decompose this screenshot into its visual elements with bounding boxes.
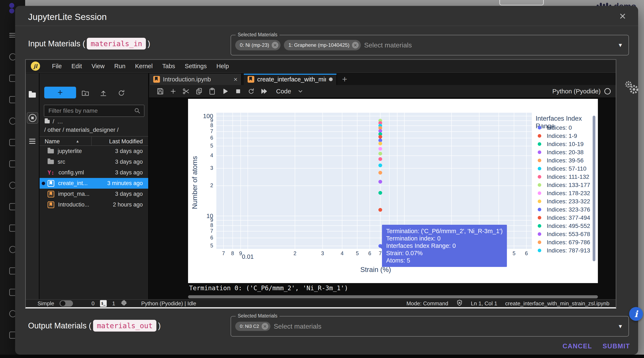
kernel-status-text[interactable]: Python (Pyodide) | Idle [141,300,196,307]
data-point[interactable] [378,157,382,161]
legend-scrollbar[interactable] [593,116,595,261]
chip-remove-icon[interactable]: × [352,42,359,49]
background-app-logo-icon [9,3,15,14]
menu-item-help[interactable]: Help [212,63,234,70]
running-sessions-tab[interactable] [27,112,38,124]
submit-button[interactable]: SUBMIT [600,340,633,352]
copy-icon[interactable] [193,88,206,95]
column-name[interactable]: Name [45,138,60,145]
menu-item-kernel[interactable]: Kernel [130,63,158,70]
menu-item-settings[interactable]: Settings [180,63,212,70]
material-chip[interactable]: 1: Graphene (mp-1040425)× [284,40,361,50]
terminal-icon[interactable]: $_ [100,300,107,307]
chip-remove-icon[interactable]: × [262,323,268,330]
output-selected-materials-combobox[interactable]: Selected Materials 0: Ni3 C2×Select mate… [230,316,629,336]
legend-item[interactable]: Indices: 178-232 [536,189,592,197]
legend-item[interactable]: Indices: 0 [536,124,592,132]
table-of-contents-tab-icon[interactable] [29,137,36,145]
simple-mode-toggle[interactable] [60,300,73,306]
trust-shield-icon[interactable] [456,299,463,308]
mode-indicator[interactable]: Mode: Command [406,300,448,307]
breadcrumb-path[interactable]: / other / materials_designer / [44,127,119,133]
new-launcher-button[interactable]: + [44,87,76,98]
legend-item[interactable]: Indices: 111-132 [536,173,592,181]
tooltip-line: Interfaces Index Range: 0 [386,242,503,249]
legend-item[interactable]: Indices: 133-177 [536,181,592,189]
kernel-indicator[interactable]: Python (Pyodide) [552,88,616,95]
file-browser-tab-icon[interactable] [29,93,36,98]
cancel-button[interactable]: CANCEL [560,340,594,352]
breadcrumb[interactable]: / … [45,118,63,125]
cursor-position[interactable]: Ln 1, Col 1 [471,300,497,307]
y-tick-label: 8 [188,122,213,128]
tab-close-icon[interactable]: × [234,76,238,83]
data-point[interactable] [378,163,382,167]
material-chip[interactable]: 0: Ni (mp-23)× [235,40,280,50]
paste-icon[interactable] [206,88,219,95]
breadcrumb-ellipsis-icon[interactable]: … [57,118,63,125]
data-point[interactable] [378,191,382,195]
file-list-header[interactable]: Name ▲ Last Modified [40,136,148,146]
dropdown-caret-icon[interactable]: ▼ [618,323,623,330]
dropdown-caret-icon[interactable]: ▼ [618,42,623,49]
menu-item-edit[interactable]: Edit [67,63,87,70]
legend-item[interactable]: Indices: 233-322 [536,197,592,205]
horizontal-scrollbar[interactable] [188,295,598,298]
new-folder-icon[interactable] [82,89,89,98]
menu-item-tabs[interactable]: Tabs [158,63,180,70]
column-last-modified[interactable]: Last Modified [109,138,143,145]
legend-item[interactable]: Indices: 1-9 [536,132,592,140]
legend-item[interactable]: Indices: 787-913 [536,246,592,254]
menu-item-view[interactable]: View [87,63,110,70]
cell-type-dropdown[interactable]: Code [276,88,303,95]
data-point[interactable] [378,208,382,212]
save-icon[interactable] [154,88,167,95]
legend-item[interactable]: Indices: 57-110 [536,165,592,173]
cut-icon[interactable] [180,88,193,95]
data-point[interactable] [378,147,382,151]
legend-item[interactable]: Indices: 495-552 [536,222,592,230]
file-row[interactable]: import_ma...3 days ago [40,189,148,199]
data-point[interactable] [378,180,382,184]
upload-icon[interactable] [100,89,107,98]
kernel-name: Python (Pyodide) [552,88,600,95]
legend-item[interactable]: Indices: 377-494 [536,214,592,222]
close-icon[interactable]: × [616,9,629,23]
kernel-chip-icon[interactable] [120,299,127,308]
settings-gears-icon[interactable] [622,80,641,97]
material-chip[interactable]: 0: Ni3 C2× [235,322,270,331]
sort-arrow-icon[interactable]: ▲ [76,139,80,144]
legend-item[interactable]: Indices: 39-56 [536,156,592,165]
tab-introduction[interactable]: Introduction.ipynb× [150,74,242,85]
menu-item-file[interactable]: File [47,63,67,70]
stop-icon[interactable] [232,88,245,95]
breadcrumb-root[interactable]: / [52,118,54,125]
file-row[interactable]: Y:config.yml3 days ago [40,167,148,178]
legend-item[interactable]: Indices: 679-786 [536,238,592,246]
legend-item[interactable]: Indices: 20-38 [536,148,592,156]
chip-remove-icon[interactable]: × [272,42,278,49]
data-point[interactable] [378,135,382,139]
legend-item[interactable]: Indices: 553-678 [536,230,592,238]
legend-item[interactable]: Indices: 10-19 [536,140,592,148]
home-folder-icon[interactable] [45,120,50,123]
file-row[interactable]: Introductio...2 hours ago [40,199,148,210]
data-point[interactable] [378,142,382,145]
new-tab-button[interactable]: + [339,74,350,85]
restart-kernel-icon[interactable] [245,88,258,95]
legend-item[interactable]: Indices: 323-376 [536,205,592,214]
info-button[interactable]: i [629,307,643,321]
file-row[interactable]: create_int...3 minutes ago [40,178,148,189]
refresh-icon[interactable] [118,89,125,98]
data-point[interactable] [378,171,382,175]
restart-run-all-icon[interactable] [258,88,271,95]
run-icon[interactable] [219,88,232,95]
filter-files-input[interactable]: Filter files by name [44,105,144,117]
data-point[interactable] [378,152,382,156]
insert-cell-icon[interactable] [167,88,180,95]
input-selected-materials-combobox[interactable]: Selected Materials 0: Ni (mp-23)×1: Grap… [230,35,629,55]
menu-item-run[interactable]: Run [110,63,130,70]
tab-create-interface[interactable]: create_interface_with_min_ [244,74,337,85]
file-row[interactable]: jupyterlite3 days ago [40,146,148,157]
file-row[interactable]: src3 days ago [40,157,148,167]
